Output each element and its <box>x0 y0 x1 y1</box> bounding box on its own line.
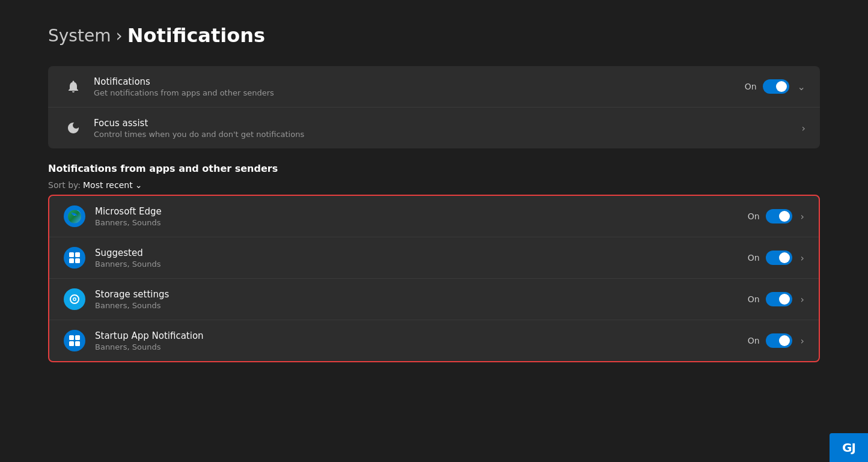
notifications-subtitle: Get notifications from apps and other se… <box>94 88 745 97</box>
storage-chevron-icon[interactable]: › <box>801 294 804 305</box>
storage-title: Storage settings <box>95 289 748 300</box>
focus-assist-subtitle: Control times when you do and don't get … <box>94 130 799 139</box>
notifications-right: On ⌄ <box>745 79 805 94</box>
suggested-title: Suggested <box>95 248 748 258</box>
startup-right: On › <box>748 333 804 348</box>
focus-assist-right: › <box>799 123 805 134</box>
suggested-text: Suggested Banners, Sounds <box>95 248 748 269</box>
startup-chevron-icon[interactable]: › <box>801 335 804 347</box>
notifications-status: On <box>745 82 757 91</box>
startup-text: Startup App Notification Banners, Sounds <box>95 330 748 351</box>
svg-rect-9 <box>69 341 74 346</box>
svg-rect-3 <box>75 258 80 263</box>
suggested-icon <box>64 247 85 269</box>
edge-text: Microsoft Edge Banners, Sounds <box>95 206 748 227</box>
bell-icon <box>63 76 84 97</box>
startup-toggle[interactable] <box>766 333 792 348</box>
sort-chevron-icon: ⌄ <box>135 180 142 190</box>
svg-rect-10 <box>75 341 80 346</box>
suggested-subtitle: Banners, Sounds <box>95 260 748 269</box>
notifications-row[interactable]: Notifications Get notifications from app… <box>48 66 820 108</box>
microsoft-edge-row[interactable]: Microsoft Edge Banners, Sounds On › <box>49 196 819 237</box>
watermark: GJ <box>830 433 868 462</box>
sort-value[interactable]: Most recent ⌄ <box>83 180 142 190</box>
edge-toggle[interactable] <box>766 209 792 223</box>
apps-card: Microsoft Edge Banners, Sounds On › <box>48 195 820 362</box>
startup-subtitle: Banners, Sounds <box>95 342 748 351</box>
edge-right: On › <box>748 209 804 223</box>
svg-rect-8 <box>75 335 80 340</box>
suggested-row[interactable]: Suggested Banners, Sounds On › <box>49 237 819 279</box>
suggested-toggle[interactable] <box>766 251 792 265</box>
svg-rect-2 <box>69 258 74 263</box>
suggested-right: On › <box>748 251 804 265</box>
breadcrumb-system[interactable]: System <box>48 26 111 46</box>
edge-icon <box>64 205 85 227</box>
apps-section-heading: Notifications from apps and other sender… <box>48 163 820 174</box>
focus-assist-row[interactable]: Focus assist Control times when you do a… <box>48 108 820 148</box>
moon-icon <box>63 117 84 139</box>
storage-icon <box>64 288 85 310</box>
page-container: System › Notifications Notifications Get… <box>0 0 868 386</box>
sort-row: Sort by: Most recent ⌄ <box>48 180 820 190</box>
focus-assist-text: Focus assist Control times when you do a… <box>94 118 799 139</box>
edge-chevron-icon[interactable]: › <box>801 211 804 222</box>
storage-toggle[interactable] <box>766 292 792 306</box>
startup-icon <box>64 330 85 351</box>
notifications-title: Notifications <box>94 76 745 87</box>
storage-settings-row[interactable]: Storage settings Banners, Sounds On › <box>49 279 819 320</box>
suggested-status: On <box>748 253 760 263</box>
edge-subtitle: Banners, Sounds <box>95 218 748 227</box>
focus-assist-title: Focus assist <box>94 118 799 129</box>
startup-title: Startup App Notification <box>95 330 748 341</box>
breadcrumb-current: Notifications <box>127 24 265 47</box>
svg-rect-0 <box>69 252 74 257</box>
sort-label: Sort by: <box>48 180 81 190</box>
breadcrumb-separator: › <box>115 26 122 46</box>
svg-point-6 <box>74 299 76 300</box>
notifications-text: Notifications Get notifications from app… <box>94 76 745 97</box>
storage-status: On <box>748 294 760 304</box>
edge-status: On <box>748 211 760 221</box>
storage-right: On › <box>748 292 804 306</box>
suggested-chevron-icon[interactable]: › <box>801 252 804 264</box>
chevron-right-icon[interactable]: › <box>802 123 805 134</box>
breadcrumb: System › Notifications <box>48 24 820 47</box>
chevron-down-icon[interactable]: ⌄ <box>798 81 805 93</box>
storage-subtitle: Banners, Sounds <box>95 301 748 310</box>
storage-text: Storage settings Banners, Sounds <box>95 289 748 310</box>
startup-app-row[interactable]: Startup App Notification Banners, Sounds… <box>49 320 819 361</box>
startup-status: On <box>748 336 760 345</box>
svg-rect-1 <box>75 252 80 257</box>
top-settings-card: Notifications Get notifications from app… <box>48 66 820 148</box>
svg-rect-7 <box>69 335 74 340</box>
edge-title: Microsoft Edge <box>95 206 748 217</box>
notifications-toggle[interactable] <box>763 79 789 94</box>
